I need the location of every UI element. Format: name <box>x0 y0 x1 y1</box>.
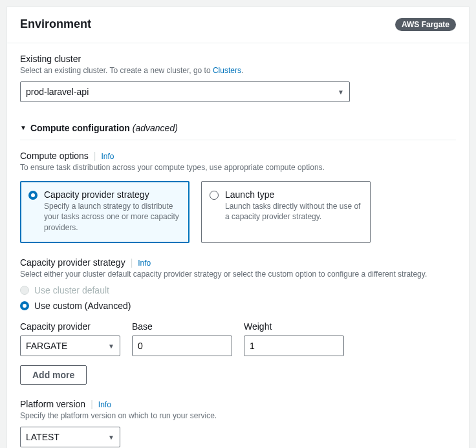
platform-version-info-link[interactable]: Info <box>98 400 111 409</box>
existing-cluster-select[interactable]: prod-laravel-api ▼ <box>20 81 350 102</box>
platform-version-label-row: Platform version | Info <box>20 399 456 411</box>
compute-config-label: Compute configuration <box>30 123 130 133</box>
existing-cluster-help: Select an existing cluster. To create a … <box>20 65 456 76</box>
compute-config-advanced: (advanced) <box>133 123 178 133</box>
panel-body: Existing cluster Select an existing clus… <box>7 43 469 448</box>
capacity-provider-col: Capacity provider FARGATE ▼ <box>20 321 120 356</box>
tile-desc: Launch tasks directly without the use of… <box>225 201 362 223</box>
panel-header: Environment AWS Fargate <box>7 7 469 43</box>
radio-icon <box>20 286 29 295</box>
tile-title: Capacity provider strategy <box>44 189 181 200</box>
compute-options-label: Compute options <box>20 151 89 161</box>
base-col: Base <box>132 321 232 356</box>
base-label: Base <box>132 321 232 332</box>
platform-version-label: Platform version <box>20 399 85 409</box>
platform-version-value: LATEST <box>20 427 120 447</box>
platform-version-select[interactable]: LATEST ▼ <box>20 427 120 447</box>
compute-options-info-link[interactable]: Info <box>101 152 114 161</box>
radio-label: Use custom (Advanced) <box>34 301 131 311</box>
base-input[interactable] <box>132 336 232 356</box>
environment-panel: Environment AWS Fargate Existing cluster… <box>6 6 470 448</box>
weight-input[interactable] <box>244 336 344 356</box>
radio-icon <box>210 191 219 200</box>
tile-capacity-provider-strategy[interactable]: Capacity provider strategy Specify a lau… <box>20 181 189 243</box>
capacity-provider-label: Capacity provider <box>20 321 120 332</box>
tile-desc: Specify a launch strategy to distribute … <box>44 201 181 233</box>
compute-options-help: To ensure task distribution across your … <box>20 162 456 173</box>
radio-use-cluster-default: Use cluster default <box>20 285 456 295</box>
compute-config-expander[interactable]: ▼ Compute configuration (advanced) <box>20 116 456 140</box>
caret-down-icon: ▼ <box>20 124 27 131</box>
radio-use-custom[interactable]: Use custom (Advanced) <box>20 301 456 311</box>
capacity-strategy-help: Select either your cluster default capac… <box>20 269 456 280</box>
capacity-strategy-label-row: Capacity provider strategy | Info <box>20 257 456 269</box>
compute-options-tiles: Capacity provider strategy Specify a lau… <box>20 181 456 243</box>
page-title: Environment <box>20 17 91 31</box>
radio-label: Use cluster default <box>34 285 109 295</box>
tile-launch-type[interactable]: Launch type Launch tasks directly withou… <box>201 181 371 243</box>
radio-icon <box>28 191 38 200</box>
capacity-strategy-label: Capacity provider strategy <box>20 257 125 268</box>
compute-options-label-row: Compute options | Info <box>20 151 456 162</box>
existing-cluster-label: Existing cluster <box>20 54 456 64</box>
platform-version-help: Specify the platform version on which to… <box>20 411 456 421</box>
weight-label: Weight <box>244 321 344 332</box>
radio-icon <box>20 301 29 310</box>
weight-col: Weight <box>244 321 344 356</box>
clusters-link[interactable]: Clusters <box>213 66 241 75</box>
capacity-provider-value: FARGATE <box>20 336 120 356</box>
existing-cluster-select-value: prod-laravel-api <box>20 81 350 102</box>
add-more-button[interactable]: Add more <box>20 365 87 385</box>
capacity-provider-select[interactable]: FARGATE ▼ <box>20 336 120 356</box>
tile-title: Launch type <box>225 189 362 200</box>
fargate-badge: AWS Fargate <box>395 18 456 31</box>
provider-row: Capacity provider FARGATE ▼ Base Weight <box>20 321 456 356</box>
capacity-strategy-info-link[interactable]: Info <box>138 259 151 268</box>
